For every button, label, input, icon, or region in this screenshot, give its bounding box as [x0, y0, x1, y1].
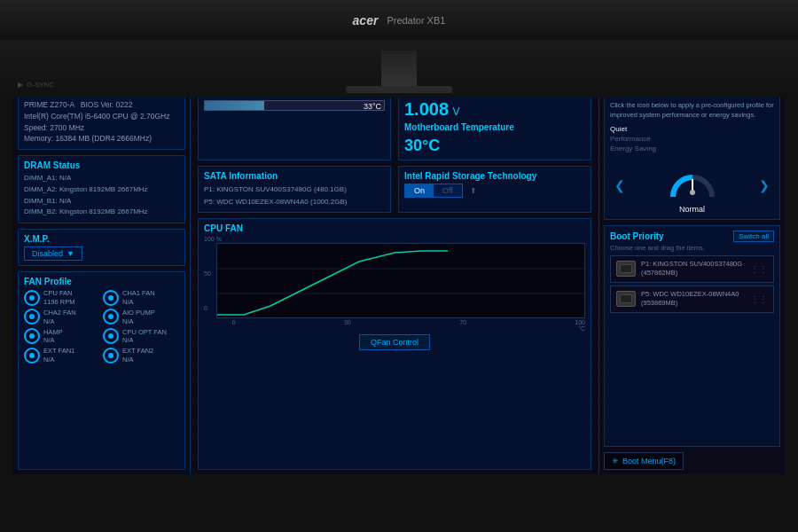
qfan-button[interactable]: QFan Control: [359, 334, 430, 350]
disk-icon-2: [616, 291, 636, 307]
drag-handle-2[interactable]: ⋮⋮: [750, 294, 768, 304]
monitor-brand: acer Predator XB1: [353, 13, 446, 27]
fan-ext2-label: EXT FAN2 N/A: [122, 347, 153, 364]
voltage-display: 1.008 V: [404, 99, 585, 120]
info-memory: Memory: 16384 MB (DDR4 2666MHz): [24, 133, 179, 145]
fan-profile-title: FAN Profile: [24, 277, 179, 286]
fan-ext2-icon: [103, 348, 119, 364]
boot-item-2[interactable]: P5: WDC WD10EZEX-08WN4A0(953869MB) ⋮⋮: [610, 286, 774, 313]
dram-b1: DIMM_B1: N/A: [24, 196, 179, 207]
fan-cpu-opt-label: CPU OPT FAN N/A: [122, 328, 167, 345]
boot-item-1-text: P1: KINGSTON SUV400S37480G(457862MB): [641, 260, 742, 278]
fan-cha1-icon: [103, 290, 119, 306]
xmp-title: X.M.P.: [24, 234, 179, 244]
fan-chart-svg: [216, 243, 585, 318]
boot-priority-title: Boot Priority: [610, 231, 664, 241]
dram-a1: DIMM_A1: N/A: [24, 173, 179, 184]
chart-unit-y: %: [216, 236, 585, 242]
rst-on[interactable]: On: [405, 184, 434, 197]
info-cpu: Intel(R) Core(TM) i5-6400 CPU @ 2.70GHz: [24, 111, 179, 122]
main-content: Information PRIME Z270-A BIOS Ver. 0222 …: [13, 77, 785, 474]
cpu-temp-bar: 33°C: [204, 100, 385, 111]
boot-item-1[interactable]: P1: KINGSTON SUV400S37480G(457862MB) ⋮⋮: [610, 255, 774, 283]
boot-menu-button[interactable]: ✳ Boot Menu(F8): [604, 452, 684, 470]
gsync-label: G-SYNC: [27, 81, 54, 89]
mb-temp-value: 30°C: [404, 137, 585, 155]
fan-aio: AIO PUMP N/A: [103, 309, 179, 325]
rst-toggle-area: On Off ⬆: [404, 184, 585, 198]
xmp-control: Disabled ▼: [24, 246, 179, 261]
fan-grid: CPU FAN 1196 RPM CHA1 FAN N/A: [24, 289, 179, 364]
gsync-badge: ▶ G-SYNC: [18, 81, 54, 89]
fan-hamp: HAMP N/A: [24, 328, 100, 345]
boot-menu-area: ✳ Boot Menu(F8): [604, 452, 780, 470]
fan-aio-icon: [103, 309, 119, 325]
rst-cursor: ⬆: [470, 186, 477, 195]
fan-profile-section: FAN Profile CPU FAN 1196 RPM: [18, 271, 185, 470]
fan-cpu-icon: [24, 290, 40, 306]
info-speed: Speed: 2700 MHz: [24, 122, 179, 134]
right-panel: EZ System Tuning Click the icon below to…: [598, 77, 785, 474]
xmp-section: X.M.P. Disabled ▼: [18, 229, 185, 266]
boot-menu-star: ✳: [612, 457, 619, 466]
ez-tuning-section: EZ System Tuning Click the icon below to…: [604, 82, 780, 220]
dram-a2: DIMM_A2: Kingston 8192MB 2667MHz: [24, 184, 179, 196]
voltage-value: 1.008: [404, 99, 449, 119]
fan-cha2: CHA2 FAN N/A: [24, 309, 100, 325]
fan-cha1-label: CHA1 FAN N/A: [122, 289, 155, 306]
cpu-fan-chart-section: CPU FAN 100 50 0 %: [198, 218, 591, 470]
xmp-dropdown[interactable]: Disabled ▼: [24, 246, 82, 261]
ez-option-quiet[interactable]: Quiet: [610, 125, 774, 133]
monitor-top-bezel: acer Predator XB1: [0, 0, 798, 40]
sata-p5: P5: WDC WD10EZEX-08WN4A0 (1000.2GB): [204, 196, 385, 208]
gauge-svg: [666, 157, 719, 201]
sata-p1: P1: KINGSTON SUV400S37480G (480.1GB): [204, 184, 385, 196]
fan-cpu-label: CPU FAN 1196 RPM: [43, 289, 74, 306]
acer-logo: acer: [353, 13, 379, 27]
boot-menu-label: Boot Menu(F8): [622, 457, 676, 466]
rst-toggle[interactable]: On Off: [404, 184, 463, 198]
fan-cpu-opt: CPU OPT FAN N/A: [103, 328, 179, 345]
stand-base: [346, 86, 452, 93]
dram-b2: DIMM_B2: Kingston 8192MB 2667MHz: [24, 207, 179, 218]
sata-title: SATA Information: [204, 171, 385, 181]
fan-ext1-label: EXT FAN1 N/A: [43, 347, 74, 364]
ez-gauge-area: ❮ Normal: [610, 157, 774, 214]
mb-temp-title: Motherboard Temperature: [404, 122, 585, 132]
switch-all-button[interactable]: Switch all: [733, 231, 774, 242]
sata-rst-row: SATA Information P1: KINGSTON SUV400S374…: [198, 166, 591, 213]
ez-tuning-options: Quiet Performance Energy Saving: [610, 125, 774, 153]
monitor-model: Predator XB1: [387, 15, 445, 26]
sata-section: SATA Information P1: KINGSTON SUV400S374…: [198, 166, 391, 213]
dram-title: DRAM Status: [24, 160, 179, 170]
disk-inner-2: [620, 294, 632, 303]
chart-wrapper: 100 50 0 %: [204, 236, 585, 332]
chart-container: % 0 30 70: [216, 236, 585, 332]
cpu-fan-title: CPU FAN: [204, 223, 585, 233]
left-panel: Information PRIME Z270-A BIOS Ver. 0222 …: [13, 77, 191, 474]
gauge-left-arrow[interactable]: ❮: [614, 178, 625, 192]
svg-point-3: [690, 190, 695, 195]
fan-cha1: CHA1 FAN N/A: [103, 289, 179, 306]
ez-option-performance[interactable]: Performance: [610, 135, 774, 143]
fan-hamp-label: HAMP N/A: [43, 328, 63, 345]
info-bios-model: PRIME Z270-A BIOS Ver. 0222: [24, 99, 179, 111]
gsync-icon: ▶: [18, 81, 23, 89]
qfan-area: QFan Control: [204, 334, 585, 350]
boot-item-2-text: P5: WDC WD10EZEX-08WN4A0(953869MB): [641, 290, 739, 309]
stand-neck: [381, 51, 417, 86]
boot-priority-section: Boot Priority Switch all Choose one and …: [604, 225, 780, 448]
drag-handle-1[interactable]: ⋮⋮: [750, 264, 768, 274]
fan-cha2-icon: [24, 309, 40, 325]
gauge-right-arrow[interactable]: ❯: [759, 178, 770, 192]
dram-section: DRAM Status DIMM_A1: N/A DIMM_A2: Kingst…: [18, 155, 185, 223]
fan-ext1-icon: [24, 348, 40, 364]
monitor: acer Predator XB1 /ASUS UEFI BIOS Utilit…: [0, 0, 798, 532]
fan-aio-label: AIO PUMP N/A: [122, 309, 155, 325]
rst-off[interactable]: Off: [434, 184, 462, 197]
ez-tuning-desc: Click the icon below to apply a pre-conf…: [610, 100, 774, 121]
fan-hamp-icon: [24, 328, 40, 344]
ez-option-energy[interactable]: Energy Saving: [610, 145, 774, 153]
fan-ext2: EXT FAN2 N/A: [103, 347, 179, 364]
fan-cpu: CPU FAN 1196 RPM: [24, 289, 100, 306]
